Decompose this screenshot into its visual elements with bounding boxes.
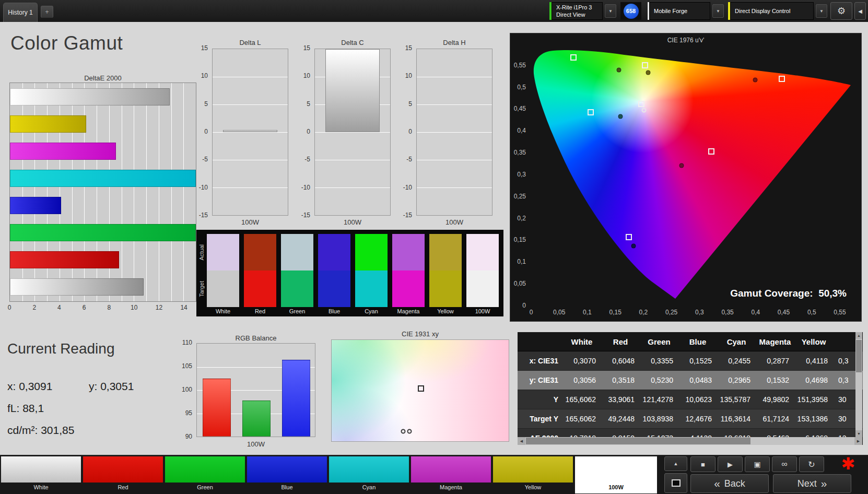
next-button[interactable]: Next » bbox=[773, 474, 851, 493]
x-tick-label: 8 bbox=[102, 304, 116, 311]
deltae-bar-magenta bbox=[10, 143, 116, 160]
patch-yellow[interactable]: Yellow bbox=[493, 456, 573, 493]
gridline bbox=[97, 83, 97, 301]
table-header-cell: Blue bbox=[678, 332, 717, 351]
pattern-window-button[interactable] bbox=[664, 473, 687, 493]
table-cell: 121,4278 bbox=[640, 390, 678, 409]
y-tick-label: 5 bbox=[408, 100, 412, 108]
measurement-marker bbox=[679, 163, 684, 168]
table-row[interactable]: Target Y165,606249,2448103,893812,467611… bbox=[518, 409, 863, 429]
table-row[interactable]: y: CIE310,30560,35180,52300,04830,29650,… bbox=[518, 371, 863, 390]
y-tick-label: 10 bbox=[405, 72, 412, 79]
deltae-bar-yellow bbox=[10, 115, 86, 133]
rgb-bar-green bbox=[242, 401, 271, 437]
hscroll-thumb[interactable] bbox=[526, 438, 750, 444]
history-tab[interactable]: History 1 bbox=[3, 3, 38, 22]
swatch-target-yellow bbox=[429, 270, 462, 307]
x-tick-label: 0,5 bbox=[801, 309, 822, 316]
settings-button[interactable]: ⚙ bbox=[830, 2, 852, 20]
loop-button[interactable]: ↻ bbox=[799, 456, 824, 472]
gamut-coverage-value: 50,3% bbox=[818, 288, 847, 299]
gridline bbox=[315, 187, 390, 188]
gridline bbox=[159, 83, 159, 301]
target-marker bbox=[570, 54, 577, 61]
patch-magenta[interactable]: Magenta bbox=[411, 456, 491, 493]
patch-cyan[interactable]: Cyan bbox=[329, 456, 409, 493]
table-cell: 0,2877 bbox=[756, 351, 794, 370]
scroll-down-button[interactable]: ▼ bbox=[855, 430, 862, 437]
meter-dropdown-chevron[interactable]: ▼ bbox=[605, 4, 616, 18]
swatch-actual-yellow bbox=[429, 234, 462, 270]
deltae-bar-red bbox=[10, 251, 119, 268]
table-header-cell: Green bbox=[640, 332, 678, 351]
cie1976-panel: CIE 1976 u'v' 00,050,10,150,20,250,30,35… bbox=[510, 33, 862, 322]
y-tick-label: -5 bbox=[406, 156, 412, 163]
table-cell: 0,4118 bbox=[794, 351, 833, 370]
swatch-label: Blue bbox=[318, 308, 350, 314]
meter-dropdown[interactable]: X-Rite i1Pro 3 Direct View bbox=[552, 2, 603, 20]
measurement-marker bbox=[631, 243, 636, 248]
table-cell: 10,0623 bbox=[678, 390, 717, 409]
rgb-balance-title: RGB Balance bbox=[196, 334, 315, 342]
patch-label: Yellow bbox=[493, 484, 573, 490]
single-measure-button[interactable]: ▣ bbox=[745, 456, 770, 472]
scroll-right-button[interactable]: ▶ bbox=[854, 437, 862, 445]
collapse-panel-button[interactable]: ◀ bbox=[854, 2, 866, 20]
scroll-up-button[interactable]: ▲ bbox=[855, 332, 862, 339]
patch-label: Cyan bbox=[329, 484, 409, 490]
patch-bar: WhiteRedGreenBlueCyanMagentaYellow100W ▲… bbox=[0, 455, 868, 494]
source-name: Mobile Forge bbox=[654, 7, 710, 15]
swatch-actual-white bbox=[207, 234, 239, 270]
pattern-up-button[interactable]: ▲ bbox=[664, 456, 687, 471]
table-cell: 153,1386 bbox=[794, 409, 833, 428]
delta-l-bar bbox=[223, 130, 277, 132]
table-cell: 0,3 bbox=[833, 351, 855, 370]
table-cell: 30 bbox=[833, 390, 855, 409]
display-control-dropdown[interactable]: Direct Display Control bbox=[730, 2, 814, 20]
patch-red[interactable]: Red bbox=[83, 456, 163, 493]
table-row[interactable]: ΔE 200010,79188,815015,10734,113018,6218… bbox=[518, 429, 863, 437]
scroll-right-icon: ▶ bbox=[857, 439, 860, 443]
patch-swatch bbox=[83, 456, 163, 483]
add-tab-button[interactable]: + bbox=[41, 6, 53, 18]
rgb-plot bbox=[196, 343, 315, 437]
table-cell: 4,1130 bbox=[678, 429, 717, 437]
patch-swatch bbox=[165, 456, 245, 483]
patch-label: 100W bbox=[575, 484, 657, 490]
gridline bbox=[213, 187, 288, 188]
table-cell: 165,6062 bbox=[562, 390, 601, 409]
table-row[interactable]: Y165,606233,9061121,427810,0623135,57874… bbox=[518, 390, 863, 409]
patch-green[interactable]: Green bbox=[165, 456, 245, 493]
reading-fl: fL: 88,1 bbox=[7, 402, 44, 415]
table-row[interactable]: x: CIE310,30700,60480,33550,15250,24550,… bbox=[518, 351, 863, 371]
gridline bbox=[146, 83, 147, 301]
table-cell: 33,9061 bbox=[601, 390, 640, 409]
patch-blue[interactable]: Blue bbox=[247, 456, 327, 493]
stop-button[interactable]: ■ bbox=[690, 456, 715, 472]
continuous-measure-button[interactable]: ∞ bbox=[772, 456, 797, 472]
play-icon: ▶ bbox=[728, 461, 733, 468]
table-cell: 0,3355 bbox=[640, 351, 678, 370]
x-tick-label: 4 bbox=[52, 304, 66, 311]
patch-swatch bbox=[247, 456, 327, 483]
measurement-marker bbox=[401, 429, 406, 433]
source-dropdown[interactable]: Mobile Forge bbox=[649, 2, 710, 20]
vscroll-thumb[interactable] bbox=[856, 340, 862, 372]
table-hscroll[interactable]: ◀ ▶ bbox=[518, 437, 862, 445]
display-control-chevron[interactable]: ▼ bbox=[816, 4, 827, 18]
scroll-left-button[interactable]: ◀ bbox=[518, 437, 525, 445]
source-dropdown-chevron[interactable]: ▼ bbox=[712, 4, 724, 18]
y-tick-label: 15 bbox=[405, 44, 412, 52]
table-vscroll[interactable]: ▲ ▼ bbox=[855, 332, 862, 437]
patch-white[interactable]: White bbox=[1, 456, 81, 493]
table-cell: 165,6062 bbox=[562, 409, 601, 428]
back-button[interactable]: « Back bbox=[690, 474, 769, 493]
patch-100w[interactable]: 100W bbox=[575, 456, 657, 493]
x-tick-label: 0,05 bbox=[549, 309, 570, 316]
x-tick-label: 12 bbox=[151, 304, 166, 311]
alert-indicator[interactable]: ✱ bbox=[835, 453, 862, 474]
gridline bbox=[213, 160, 288, 160]
y-tick-label: -10 bbox=[301, 184, 310, 191]
play-button[interactable]: ▶ bbox=[718, 456, 743, 472]
patch-label: Magenta bbox=[411, 484, 491, 490]
